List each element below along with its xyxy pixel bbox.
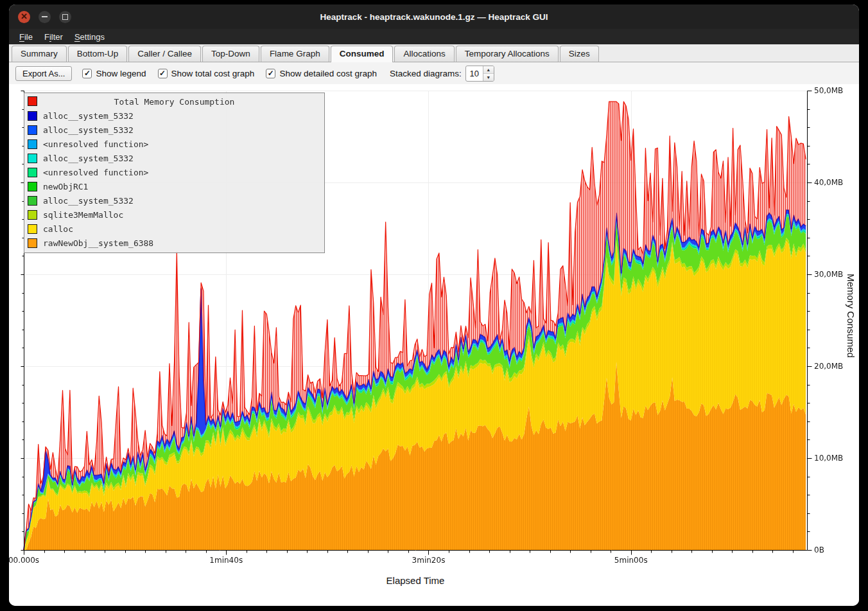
- legend-entry: alloc__system_5332: [24, 151, 324, 165]
- tab-caller-callee[interactable]: Caller / Callee: [128, 46, 201, 62]
- legend-label: newObjRC1: [43, 182, 88, 191]
- legend-swatch: [28, 196, 37, 206]
- spin-up-button[interactable]: ▲: [483, 66, 494, 74]
- spin-up-icon: ▲: [486, 67, 490, 72]
- legend-swatch: [28, 168, 37, 177]
- legend-swatch: [28, 139, 37, 149]
- checkbox-show-total-cost-graph[interactable]: ✓Show total cost graph: [158, 69, 255, 78]
- tab-allocations[interactable]: Allocations: [394, 46, 454, 62]
- legend-label: alloc__system_5332: [43, 125, 134, 135]
- legend-entry: sqlite3MemMalloc: [24, 208, 324, 222]
- legend-label: alloc__system_5332: [43, 154, 134, 163]
- legend-label: <unresolved function>: [43, 139, 148, 149]
- window-controls: ✕: [18, 4, 71, 29]
- legend-entry: rawNewObj__system_6388: [24, 236, 324, 250]
- tab-bottom-up[interactable]: Bottom-Up: [68, 46, 128, 62]
- maximize-button[interactable]: [59, 11, 71, 23]
- tab-bar: SummaryBottom-UpCaller / CalleeTop-DownF…: [9, 44, 859, 62]
- tab-flame-graph[interactable]: Flame Graph: [261, 46, 329, 62]
- legend-title-row: Total Memory Consumption: [24, 94, 324, 109]
- close-button[interactable]: ✕: [18, 11, 30, 23]
- legend-title-swatch: [28, 96, 37, 106]
- export-as-button[interactable]: Export As...: [15, 66, 72, 81]
- checkbox-group: ✓Show legend✓Show total cost graph✓Show …: [82, 69, 377, 78]
- legend-entry: alloc__system_5332: [24, 109, 324, 123]
- y-axis-title: Memory Consumed: [846, 274, 856, 358]
- stacked-diagrams-label: Stacked diagrams:: [390, 69, 462, 78]
- x-axis-title: Elapsed Time: [24, 575, 807, 586]
- tab-summary[interactable]: Summary: [12, 46, 67, 62]
- minimize-icon: [42, 16, 48, 17]
- chart-area: Total Memory Consumption alloc__system_5…: [9, 84, 859, 606]
- legend-swatch: [28, 224, 37, 234]
- checkbox-show-detailed-cost-graph[interactable]: ✓Show detailed cost graph: [266, 69, 377, 78]
- tab-sizes[interactable]: Sizes: [560, 46, 599, 62]
- legend-swatch: [28, 182, 37, 191]
- checkbox-show-legend[interactable]: ✓Show legend: [82, 69, 146, 78]
- legend-swatch: [28, 111, 37, 121]
- tab-top-down[interactable]: Top-Down: [202, 46, 259, 62]
- legend-swatch: [28, 125, 37, 135]
- legend-label: sqlite3MemMalloc: [43, 210, 123, 220]
- checkbox-label: Show total cost graph: [171, 69, 255, 78]
- spin-down-icon: ▼: [486, 75, 490, 80]
- tab-consumed[interactable]: Consumed: [331, 46, 394, 62]
- stacked-diagrams-spinbox[interactable]: 10 ▲ ▼: [465, 66, 494, 82]
- titlebar[interactable]: ✕ Heaptrack - heaptrack.wakunode.1.gz — …: [9, 4, 859, 29]
- legend-entry: newObjRC1: [24, 179, 324, 193]
- chart-legend: Total Memory Consumption alloc__system_5…: [24, 93, 325, 253]
- toolbar: Export As... ✓Show legend✓Show total cos…: [9, 62, 859, 84]
- checkbox-check-icon: ✓: [82, 69, 92, 78]
- checkbox-label: Show legend: [96, 69, 146, 78]
- checkbox-check-icon: ✓: [266, 69, 275, 78]
- legend-label: <unresolved function>: [43, 168, 148, 177]
- legend-swatch: [28, 210, 37, 220]
- window-title: Heaptrack - heaptrack.wakunode.1.gz — He…: [320, 12, 548, 22]
- legend-entry: alloc__system_5332: [24, 123, 324, 137]
- menu-file[interactable]: File: [14, 31, 38, 43]
- spinbox-arrows: ▲ ▼: [483, 66, 494, 81]
- menu-filter[interactable]: Filter: [39, 31, 68, 43]
- checkbox-check-icon: ✓: [158, 69, 168, 78]
- legend-swatch: [28, 238, 37, 248]
- legend-label: rawNewObj__system_6388: [43, 238, 153, 248]
- minimize-button[interactable]: [39, 11, 51, 23]
- menu-settings[interactable]: Settings: [69, 31, 110, 43]
- legend-entry: <unresolved function>: [24, 165, 324, 179]
- stacked-diagrams-control: Stacked diagrams: 10 ▲ ▼: [390, 66, 494, 82]
- legend-entry: alloc__system_5332: [24, 193, 324, 208]
- legend-entries: alloc__system_5332alloc__system_5332<unr…: [24, 109, 324, 250]
- legend-label: calloc: [43, 224, 73, 234]
- legend-swatch: [28, 154, 37, 163]
- stacked-diagrams-value: 10: [466, 66, 483, 81]
- legend-entry: <unresolved function>: [24, 137, 324, 151]
- checkbox-label: Show detailed cost graph: [279, 69, 377, 78]
- legend-label: alloc__system_5332: [43, 111, 134, 121]
- legend-title: Total Memory Consumption: [114, 97, 235, 107]
- tab-temporary-allocations[interactable]: Temporary Allocations: [456, 46, 559, 62]
- spin-down-button[interactable]: ▼: [483, 74, 494, 81]
- app-window: ✕ Heaptrack - heaptrack.wakunode.1.gz — …: [9, 4, 859, 606]
- close-icon: ✕: [21, 12, 28, 21]
- legend-entry: calloc: [24, 222, 324, 236]
- menubar: FileFilterSettings: [9, 29, 859, 44]
- maximize-icon: [62, 14, 68, 20]
- legend-label: alloc__system_5332: [43, 196, 134, 206]
